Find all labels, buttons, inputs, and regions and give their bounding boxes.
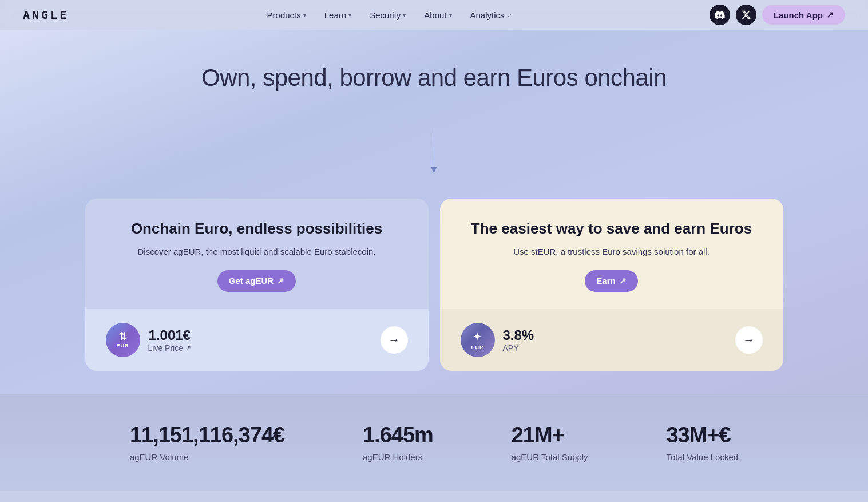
steur-card-top: The easiest way to save and earn Euros U… [440,199,783,309]
logo[interactable]: ANGLE [23,8,69,22]
steur-token-icon: ✦ EUR [461,323,495,357]
logo-text: ANGLE [23,8,69,22]
stat-supply-label: agEUR Total Supply [512,452,588,462]
star-icon: ✦ [473,330,482,343]
scroll-indicator: ▼ [23,126,845,176]
ageur-token-info: ⇅ EUR 1.001€ Live Price ↗ [106,323,191,357]
steur-card-bottom: ✦ EUR 3.8% APY → [440,309,783,371]
ageur-price: 1.001€ [148,327,191,343]
steur-token-info: ✦ EUR 3.8% APY [461,323,534,357]
ageur-price-label: Live Price ↗ [148,343,191,353]
steur-apy-info: 3.8% APY [503,327,534,353]
launch-app-button[interactable]: Launch App ↗ [762,5,845,25]
nav-products[interactable]: Products ▾ [259,7,314,23]
hero-section: Own, spend, borrow and earn Euros onchai… [0,30,868,394]
hero-title: Own, spend, borrow and earn Euros onchai… [23,64,845,92]
stats-section: 11,151,116,374€ agEUR Volume 1.645m agEU… [0,394,868,491]
steur-card: The easiest way to save and earn Euros U… [440,199,783,371]
nav-right: Launch App ↗ [710,5,845,25]
nav-links: Products ▾ Learn ▾ Security ▾ About ▾ An… [259,7,520,23]
external-link-icon: ↗ [619,276,627,286]
token-arrows-icon: ⇅ [118,331,127,342]
vertical-line [434,126,434,166]
steur-apy: 3.8% [503,327,534,343]
stat-holders-label: agEUR Holders [363,452,433,462]
external-link-icon: ↗ [277,276,284,286]
ageur-navigate-button[interactable]: → [381,326,408,354]
nav-about[interactable]: About ▾ [416,7,459,23]
chevron-down-icon: ▾ [449,12,452,18]
ageur-token-icon: ⇅ EUR [106,323,140,357]
steur-navigate-button[interactable]: → [735,326,763,354]
stat-volume-value: 11,151,116,374€ [130,423,284,448]
chevron-down-icon: ▾ [403,12,406,18]
navbar: ANGLE Products ▾ Learn ▾ Security ▾ Abou… [0,0,868,30]
stat-tvl-label: Total Value Locked [666,452,738,462]
steur-card-desc: Use stEUR, a trustless Euro savings solu… [461,247,763,256]
stat-supply: 21M+ agEUR Total Supply [512,423,588,462]
discord-icon-button[interactable] [710,5,730,25]
stat-volume-label: agEUR Volume [130,452,284,462]
arrow-down-icon: ▼ [429,164,439,176]
stat-tvl: 33M+€ Total Value Locked [666,423,738,462]
external-link-icon: ↗ [826,10,834,20]
nav-learn[interactable]: Learn ▾ [316,7,359,23]
stats-grid: 11,151,116,374€ agEUR Volume 1.645m agEU… [91,423,778,462]
steur-card-title: The easiest way to save and earn Euros [461,219,763,239]
ageur-card-top: Onchain Euro, endless possibilities Disc… [85,199,429,309]
cards-container: Onchain Euro, endless possibilities Disc… [77,199,792,371]
chevron-down-icon: ▾ [348,12,351,18]
chevron-down-icon: ▾ [303,12,306,18]
stat-volume: 11,151,116,374€ agEUR Volume [130,423,284,462]
ageur-price-info: 1.001€ Live Price ↗ [148,327,191,353]
twitter-icon-button[interactable] [736,5,756,25]
ageur-card: Onchain Euro, endless possibilities Disc… [85,199,429,371]
ageur-card-title: Onchain Euro, endless possibilities [106,219,408,239]
nav-analytics[interactable]: Analytics ↗ [462,7,520,23]
ageur-card-bottom: ⇅ EUR 1.001€ Live Price ↗ → [85,309,429,371]
stat-tvl-value: 33M+€ [666,423,738,448]
ageur-token-label: EUR [116,343,129,349]
steur-apy-label: APY [503,343,534,353]
get-ageur-button[interactable]: Get agEUR ↗ [217,270,296,292]
stat-holders-value: 1.645m [363,423,433,448]
external-link-icon: ↗ [185,344,191,352]
stat-supply-value: 21M+ [512,423,588,448]
ageur-card-desc: Discover agEUR, the most liquid and scal… [106,247,408,256]
stat-holders: 1.645m agEUR Holders [363,423,433,462]
steur-token-label: EUR [471,345,483,350]
earn-button[interactable]: Earn ↗ [585,270,637,292]
external-link-icon: ↗ [507,12,512,18]
nav-security[interactable]: Security ▾ [362,7,414,23]
